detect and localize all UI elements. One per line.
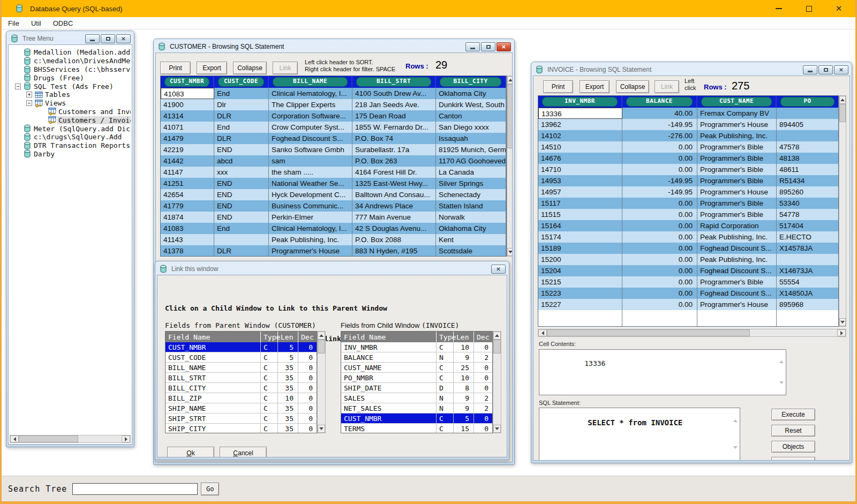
table-cell[interactable]: 0.00 (622, 265, 697, 276)
table-cell[interactable]: 15223 (538, 288, 622, 299)
table-cell[interactable]: C (437, 413, 454, 423)
table-cell[interactable]: Oklahoma City (436, 223, 506, 234)
column-header[interactable]: BILL_CITY (436, 76, 506, 88)
invoice-titlebar[interactable]: INVOICE - Browsing SQL Statement (533, 64, 850, 76)
table-cell[interactable]: 2 (474, 352, 493, 362)
table-cell[interactable]: The Clipper Experts (269, 99, 352, 110)
table-cell[interactable]: C (261, 363, 278, 372)
tree-item-label[interactable]: DTR Transaction Reports (33, 141, 131, 149)
table-cell[interactable]: 15189 (538, 243, 622, 254)
table-cell[interactable]: -149.95 (622, 186, 697, 198)
menu-odbc[interactable]: ODBC (53, 19, 73, 27)
tree-item-label[interactable]: SQL Test (Ads Free) (33, 82, 115, 91)
table-cell[interactable]: R51434 (777, 175, 839, 186)
close-icon[interactable] (116, 34, 131, 43)
table-cell[interactable]: 0.00 (622, 209, 697, 220)
scrollbar-thumb[interactable] (507, 84, 513, 148)
table-cell[interactable]: SALES (341, 393, 437, 403)
menu-util[interactable]: Util (31, 19, 41, 27)
table-cell[interactable]: 41779 (161, 200, 214, 212)
scroll-down-icon[interactable] (733, 449, 738, 457)
scroll-down-icon[interactable] (507, 248, 513, 256)
customer-vertical-scrollbar[interactable] (507, 76, 513, 257)
table-cell[interactable] (777, 254, 839, 265)
table-cell[interactable]: Surabellastr. 17a (352, 144, 436, 155)
menu-file[interactable]: File (8, 19, 19, 27)
table-cell[interactable]: X14673JA (777, 265, 839, 276)
scroll-down-icon[interactable] (779, 384, 784, 392)
table-cell[interactable]: BALANCE (341, 352, 437, 362)
table-cell[interactable]: 894405 (777, 119, 839, 130)
table-cell[interactable]: C (261, 342, 278, 352)
table-cell[interactable]: 41378 (161, 245, 214, 257)
go-button[interactable]: Go (201, 483, 219, 495)
table-cell[interactable]: 53340 (777, 198, 839, 209)
tree-item[interactable]: Customers / Invoic (10, 116, 131, 124)
column-header[interactable]: Len (278, 332, 298, 342)
table-cell[interactable]: BILL_STRT (166, 373, 261, 382)
tree-item[interactable]: Views (10, 99, 131, 108)
tree-item[interactable]: c:\drugs\SqlQuery.Add (10, 133, 131, 141)
table-cell[interactable]: 41314 (161, 110, 214, 122)
table-cell[interactable]: 15215 (538, 276, 622, 288)
table-cell[interactable]: Foghead Discount S... (697, 288, 777, 299)
table-cell[interactable]: 0.00 (622, 299, 697, 310)
table-cell[interactable]: Peak Publishing, Inc. (697, 254, 777, 265)
table-cell[interactable]: 2 (474, 403, 493, 413)
close-icon[interactable] (832, 3, 846, 14)
table-cell[interactable]: 0 (298, 413, 317, 423)
minimize-icon[interactable] (772, 3, 786, 14)
table-cell[interactable]: SHIP_STRT (166, 413, 261, 423)
table-cell[interactable]: End (214, 122, 269, 133)
scrollbar-track[interactable] (547, 329, 837, 336)
column-header[interactable]: Field Name (341, 332, 437, 342)
table-cell[interactable]: C (261, 393, 278, 403)
table-cell[interactable]: 218 Jan Seeds Ave. (352, 99, 436, 110)
scrollbar-track[interactable] (507, 84, 513, 248)
table-cell[interactable]: 0.00 (622, 254, 697, 265)
tree-item[interactable]: Darby (10, 150, 131, 159)
tree-item-label[interactable]: BHSServices (c:\bhsserv (33, 65, 131, 73)
scrollbar-track[interactable] (318, 340, 325, 425)
table-cell[interactable]: 41083 (161, 88, 214, 99)
table-cell[interactable]: 13962 (538, 119, 622, 130)
table-cell[interactable]: 13336 (538, 108, 622, 119)
table-cell[interactable]: 5 (278, 342, 298, 352)
table-cell[interactable]: X14850JA (777, 288, 839, 299)
table-cell[interactable]: 10 (454, 342, 474, 352)
cancel-button[interactable]: Cancel (220, 447, 267, 457)
tree-item[interactable]: Customers and Invo (10, 108, 131, 116)
table-cell[interactable]: SHIP_NAME (166, 403, 261, 413)
table-cell[interactable]: Oklahoma City (436, 88, 506, 99)
table-cell[interactable]: 0 (474, 373, 493, 382)
table-cell[interactable]: Programmer's Bible (697, 141, 777, 153)
table-cell[interactable]: -276.00 (622, 130, 697, 141)
table-cell[interactable]: X14578JA (777, 243, 839, 254)
table-cell[interactable]: 0 (298, 383, 317, 393)
table-cell[interactable]: 1170 AG Goohoeved. (436, 155, 506, 167)
table-cell[interactable]: -149.95 (622, 175, 697, 186)
table-cell[interactable]: 11515 (538, 209, 622, 220)
link-dialog-titlebar[interactable]: Link this window (157, 263, 507, 275)
table-cell[interactable]: C (437, 342, 454, 352)
table-cell[interactable]: END (214, 200, 269, 212)
table-cell[interactable]: 34 Andrews Place (352, 200, 436, 212)
tree-item-label[interactable]: Meter (SqlQuery.add Dic (33, 125, 131, 133)
table-cell[interactable]: 41071 (161, 122, 214, 133)
scrollbar-thumb[interactable] (493, 340, 501, 353)
table-cell[interactable]: 4164 Forest Hill Dr. (352, 167, 436, 178)
restore-icon[interactable] (818, 65, 833, 74)
table-cell[interactable]: TERMS (341, 424, 437, 433)
collapse-button[interactable]: Collapse (616, 80, 649, 93)
collapse-minus-icon[interactable] (26, 100, 32, 106)
expand-plus-icon[interactable] (26, 92, 32, 97)
table-cell[interactable]: END (214, 144, 269, 155)
scroll-right-icon[interactable] (837, 329, 846, 336)
save-button[interactable]: Save (771, 457, 815, 461)
table-cell[interactable]: N (437, 352, 454, 362)
table-cell[interactable]: N (437, 403, 454, 413)
table-cell[interactable]: 35 (278, 424, 298, 433)
objects-button[interactable]: Objects (771, 441, 815, 453)
table-cell[interactable]: Rapid Corporation (697, 220, 777, 231)
table-cell[interactable]: P.O. Box 263 (352, 155, 436, 167)
